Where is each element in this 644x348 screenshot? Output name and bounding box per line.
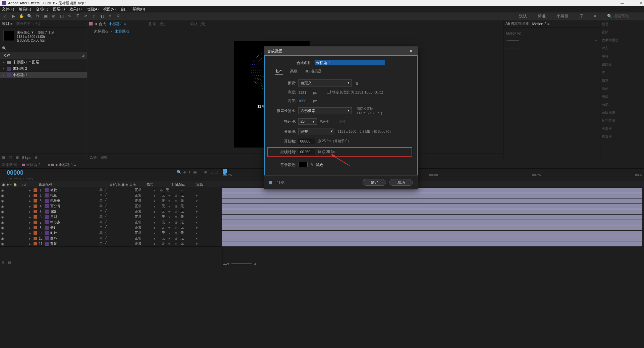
tab-effect-controls[interactable]: 效果控件（无）	[16, 21, 42, 26]
layer-switches[interactable]: 单╱	[97, 241, 133, 246]
layer-switches[interactable]: 单╱	[97, 204, 133, 209]
search-help-icon[interactable]: 🔍 搜索帮助	[605, 12, 631, 20]
visibility-toggle[interactable]: ◉	[0, 194, 5, 197]
layer-mode[interactable]: 正常	[133, 188, 154, 192]
mode-dropdown-icon[interactable]: ▾	[154, 237, 158, 240]
parent-pickwhip-icon[interactable]: ⊚	[173, 210, 179, 214]
column-name[interactable]: 名称	[3, 53, 10, 58]
mode-dropdown-icon[interactable]: ▾	[154, 215, 158, 219]
eyedropper-icon[interactable]: ✎	[310, 163, 313, 167]
layer-row[interactable]: ◉ ▸ 11 背景 单╱ 正常 ▾ 无▾ ⊚ 无 ▾	[0, 241, 644, 246]
tl-fx-icon[interactable]: ☰	[199, 170, 202, 174]
panel-tab-collapsed[interactable]: 蒙版插值	[600, 109, 644, 117]
expand-layer-icon[interactable]: ▸	[27, 242, 33, 246]
expand-layer-icon[interactable]: ▸	[27, 226, 33, 230]
layer-trkmat[interactable]: 无	[158, 236, 168, 241]
layer-name[interactable]: 分针	[50, 225, 97, 230]
new-comp-icon[interactable]: ▣	[15, 155, 19, 160]
par-dropdown[interactable]: 方形像素▾	[298, 107, 352, 114]
panel-tab-collapsed[interactable]: 效果和预设	[600, 36, 644, 44]
trkmat-dropdown-icon[interactable]: ▾	[168, 215, 173, 219]
parent-pickwhip-icon[interactable]: ⊚	[173, 221, 179, 224]
layer-row[interactable]: ◉ ▸ 6 日期 单╱ 正常 ▾ 无▾ ⊚ 无 ▾	[0, 214, 644, 220]
start-frame-input[interactable]: 00000	[298, 138, 315, 144]
layer-trkmat[interactable]: 无	[158, 241, 168, 246]
expand-arrow[interactable]: ▸	[3, 60, 5, 64]
expand-layer-icon[interactable]: ▸	[27, 237, 33, 240]
panel-tab-collapsed[interactable]: 字符	[600, 52, 644, 60]
expand-layer-icon[interactable]: ▸	[27, 188, 33, 192]
bpc-label[interactable]: 8 bpc	[22, 156, 31, 160]
tab-project[interactable]: 项目 ≡	[2, 21, 12, 26]
pen-tool-icon[interactable]: ✎	[67, 13, 72, 19]
tab-timeline-comp2[interactable]: 未标题-2	[20, 162, 43, 167]
duration-input[interactable]: 00250	[298, 149, 315, 155]
menu-edit[interactable]: 编辑(E)	[19, 7, 31, 12]
parent-pickwhip-icon[interactable]: ⊚	[158, 188, 164, 192]
layer-duration-bar[interactable]	[222, 220, 642, 225]
roto-tool-icon[interactable]: ✧	[107, 13, 113, 19]
zoom-dropdown[interactable]: 25%	[90, 156, 97, 159]
layer-mode[interactable]: 正常	[133, 209, 154, 214]
layer-name[interactable]: 百分号	[50, 204, 97, 209]
trkmat-dropdown-icon[interactable]: ▾	[168, 205, 173, 208]
layer-color-label[interactable]	[34, 205, 37, 208]
panel-tab-collapsed[interactable]: 对齐	[600, 44, 644, 52]
tab-layer-none[interactable]: 图层（无）	[149, 21, 167, 26]
expand-layer-icon[interactable]: ▸	[27, 194, 33, 197]
layer-color-label[interactable]	[34, 210, 37, 213]
layer-switches[interactable]: 单╱	[97, 209, 133, 214]
minimize-button[interactable]: —	[621, 1, 624, 5]
parent-pickwhip-icon[interactable]: ⊚	[173, 242, 179, 246]
layer-trkmat[interactable]: 无	[158, 193, 168, 198]
mode-dropdown-icon[interactable]: ▾	[154, 188, 158, 192]
parent-dropdown-icon[interactable]: ▾	[196, 226, 201, 230]
mode-dropdown-icon[interactable]: ▾	[154, 194, 158, 197]
layer-row[interactable]: ◉ ▸ 9 时针 单╱ 正常 ▾ 无▾ ⊚ 无 ▾	[0, 230, 644, 236]
parent-dropdown-icon[interactable]: ▾	[196, 231, 201, 235]
layer-parent[interactable]: 无	[179, 231, 196, 235]
layer-mode[interactable]: 正常	[133, 193, 154, 198]
layer-duration-bar[interactable]	[222, 241, 642, 246]
tl-mb-icon[interactable]: ◉	[204, 170, 207, 174]
panel-tab-collapsed[interactable]: 音频	[600, 28, 644, 36]
parent-pickwhip-icon[interactable]: ⊚	[173, 205, 179, 208]
layer-color-label[interactable]	[34, 215, 37, 219]
tab-script-manager[interactable]: AE脚本管理器	[505, 21, 529, 26]
layer-trkmat[interactable]: 无	[158, 215, 168, 219]
tab-render-queue[interactable]: 渲染队列	[2, 162, 17, 167]
tab-basic[interactable]: 基本	[275, 69, 283, 75]
parent-dropdown-icon[interactable]: ▾	[196, 221, 201, 224]
tab-material-none[interactable]: 素材（无）	[190, 21, 209, 26]
layer-mode[interactable]: 正常	[133, 215, 154, 219]
layer-name[interactable]: 微软	[50, 188, 97, 192]
parent-pickwhip-icon[interactable]: ⊚	[173, 226, 179, 230]
panel-tab-collapsed[interactable]: 摇摆器	[600, 133, 644, 141]
visibility-toggle[interactable]: ◉	[0, 199, 5, 203]
clone-tool-icon[interactable]: ⎌	[91, 13, 97, 19]
parent-dropdown-icon[interactable]: ▾	[196, 199, 201, 203]
panel-tab-collapsed[interactable]: 跟踪器	[600, 60, 644, 68]
layer-mode[interactable]: 正常	[133, 198, 154, 203]
layer-duration-bar[interactable]	[222, 204, 642, 209]
toggle-switches-icon[interactable]: ⊞	[1, 260, 6, 265]
toggle-modes-icon[interactable]: ⊟	[8, 260, 13, 265]
trash-icon[interactable]: 🗑	[35, 156, 38, 160]
breadcrumb-current[interactable]: 未标题-1	[115, 29, 129, 34]
trkmat-dropdown-icon[interactable]: ▾	[168, 194, 173, 197]
expand-layer-icon[interactable]: ▸	[27, 221, 33, 224]
preset-dropdown[interactable]: 自定义▾	[298, 79, 352, 86]
tl-graph-icon[interactable]: ⬚	[209, 170, 213, 174]
rotate-tool-icon[interactable]: ↻	[35, 13, 40, 19]
layer-parent[interactable]: 无	[179, 220, 196, 225]
mode-dropdown-icon[interactable]: ▾	[154, 226, 158, 230]
maximize-button[interactable]: □	[631, 1, 633, 5]
menu-help[interactable]: 帮助(H)	[132, 7, 145, 12]
layer-name[interactable]: 中心点	[50, 220, 97, 225]
zoom-out-icon[interactable]: ▬●	[223, 262, 229, 266]
visibility-toggle[interactable]: ◉	[0, 215, 5, 219]
dialog-close-button[interactable]: ×	[408, 48, 414, 54]
visibility-toggle[interactable]: ◉	[0, 237, 5, 240]
layer-color-label[interactable]	[34, 188, 37, 192]
brush-tool-icon[interactable]: ✐	[83, 13, 89, 19]
